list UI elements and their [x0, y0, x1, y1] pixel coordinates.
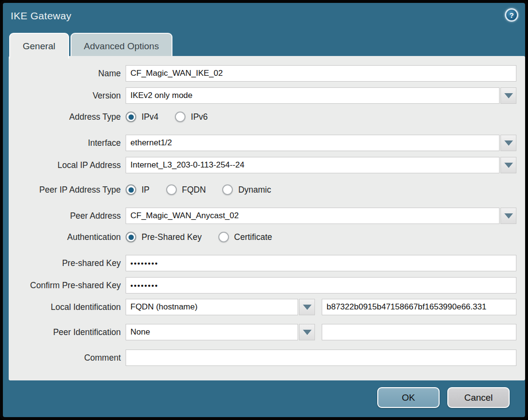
radio-ip-control[interactable]: [126, 184, 136, 195]
peer-address-dropdown-button[interactable]: [500, 208, 516, 224]
dialog-titlebar: IKE Gateway ?: [3, 3, 525, 33]
authentication-label: Authentication: [9, 232, 126, 242]
local-ip-address-select[interactable]: [126, 157, 499, 173]
pre-shared-key-row: Pre-shared Key: [9, 255, 525, 271]
radio-dynamic[interactable]: Dynamic: [222, 184, 271, 195]
pre-shared-key-input[interactable]: [126, 255, 516, 271]
confirm-pre-shared-key-row: Confirm Pre-shared Key: [9, 277, 525, 294]
interface-select[interactable]: [126, 135, 499, 151]
tab-general[interactable]: General: [9, 33, 69, 58]
ok-button[interactable]: OK: [377, 387, 440, 408]
peer-ip-address-type-label: Peer IP Address Type: [9, 185, 126, 195]
name-label: Name: [9, 69, 126, 79]
local-identification-row: Local Identification: [9, 299, 525, 315]
pre-shared-key-label: Pre-shared Key: [9, 258, 126, 268]
radio-fqdn-control[interactable]: [166, 184, 177, 195]
confirm-pre-shared-key-label: Confirm Pre-shared Key: [9, 280, 126, 291]
address-type-row: Address Type IPv4 IPv6: [9, 110, 525, 124]
radio-certificate[interactable]: Certificate: [218, 232, 272, 242]
cancel-button[interactable]: Cancel: [447, 387, 510, 408]
peer-address-label: Peer Address: [9, 211, 126, 221]
local-identification-type-select[interactable]: [126, 299, 298, 315]
chevron-down-icon: [504, 93, 513, 98]
interface-label: Interface: [9, 138, 126, 148]
radio-dynamic-label: Dynamic: [238, 185, 271, 195]
radio-fqdn[interactable]: FQDN: [166, 184, 206, 195]
name-row: Name: [9, 65, 525, 82]
chevron-down-icon: [504, 140, 513, 146]
radio-pre-shared-key-label: Pre-Shared Key: [142, 232, 202, 242]
peer-identification-value-input[interactable]: [322, 324, 516, 340]
local-ip-dropdown-button[interactable]: [500, 157, 516, 173]
version-dropdown-button[interactable]: [500, 87, 516, 104]
authentication-row: Authentication Pre-Shared Key Certificat…: [9, 230, 525, 244]
peer-address-row: Peer Address: [9, 208, 525, 224]
help-icon[interactable]: ?: [505, 8, 518, 22]
radio-ipv4-control[interactable]: [126, 112, 136, 122]
version-label: Version: [9, 91, 126, 101]
local-identification-value-input[interactable]: [322, 299, 516, 315]
local-identification-label: Local Identification: [9, 302, 126, 312]
radio-ipv6-label: IPv6: [191, 112, 208, 122]
dialog-footer: OK Cancel: [3, 380, 525, 417]
local-ip-address-row: Local IP Address: [9, 157, 525, 173]
version-select[interactable]: [126, 87, 499, 104]
chevron-down-icon: [504, 163, 513, 168]
dialog-title: IKE Gateway: [11, 10, 71, 22]
radio-ipv6[interactable]: IPv6: [175, 112, 208, 122]
peer-ip-address-type-row: Peer IP Address Type IP FQDN Dynamic: [9, 183, 525, 196]
radio-pre-shared-key[interactable]: Pre-Shared Key: [126, 232, 202, 242]
comment-label: Comment: [9, 353, 126, 363]
tab-bar: General Advanced Options: [9, 33, 172, 56]
general-tab-panel: Name Version Address Type: [9, 56, 525, 380]
chevron-down-icon: [303, 330, 312, 335]
radio-fqdn-label: FQDN: [182, 185, 206, 195]
name-input[interactable]: [126, 65, 516, 82]
radio-certificate-label: Certificate: [234, 232, 272, 242]
peer-type-radio-group: IP FQDN Dynamic: [126, 184, 287, 195]
peer-identification-label: Peer Identification: [9, 327, 126, 337]
radio-pre-shared-key-control[interactable]: [126, 232, 136, 242]
radio-dynamic-control[interactable]: [222, 184, 233, 195]
confirm-pre-shared-key-input[interactable]: [126, 277, 516, 294]
peer-identification-type-select[interactable]: [126, 324, 298, 340]
radio-ip[interactable]: IP: [126, 184, 150, 195]
local-ip-address-label: Local IP Address: [9, 160, 126, 170]
radio-ipv4[interactable]: IPv4: [126, 112, 158, 122]
radio-ip-label: IP: [142, 185, 150, 195]
authentication-radio-group: Pre-Shared Key Certificate: [126, 232, 288, 242]
chevron-down-icon: [303, 305, 312, 310]
radio-ipv6-control[interactable]: [175, 112, 186, 122]
radio-certificate-control[interactable]: [218, 232, 229, 242]
interface-dropdown-button[interactable]: [500, 135, 516, 151]
comment-input[interactable]: [126, 350, 516, 366]
tab-advanced-options-label: Advanced Options: [84, 41, 159, 52]
tab-general-label: General: [23, 41, 56, 52]
peer-identification-row: Peer Identification: [9, 324, 525, 340]
address-type-radio-group: IPv4 IPv6: [126, 112, 224, 122]
tab-advanced-options[interactable]: Advanced Options: [71, 33, 172, 58]
interface-row: Interface: [9, 135, 525, 151]
peer-address-select[interactable]: [126, 208, 499, 224]
chevron-down-icon: [504, 213, 513, 219]
local-identification-dropdown-button[interactable]: [299, 299, 315, 315]
ike-gateway-dialog: IKE Gateway ? General Advanced Options N…: [0, 0, 528, 420]
comment-row: Comment: [9, 350, 525, 366]
version-row: Version: [9, 87, 525, 104]
peer-identification-dropdown-button[interactable]: [299, 324, 315, 340]
address-type-label: Address Type: [9, 112, 126, 122]
radio-ipv4-label: IPv4: [142, 112, 158, 122]
